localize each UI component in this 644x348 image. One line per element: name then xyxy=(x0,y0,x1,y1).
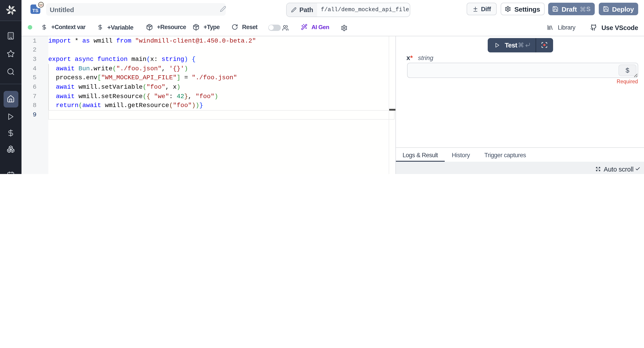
svg-text:TS: TS xyxy=(32,8,38,13)
